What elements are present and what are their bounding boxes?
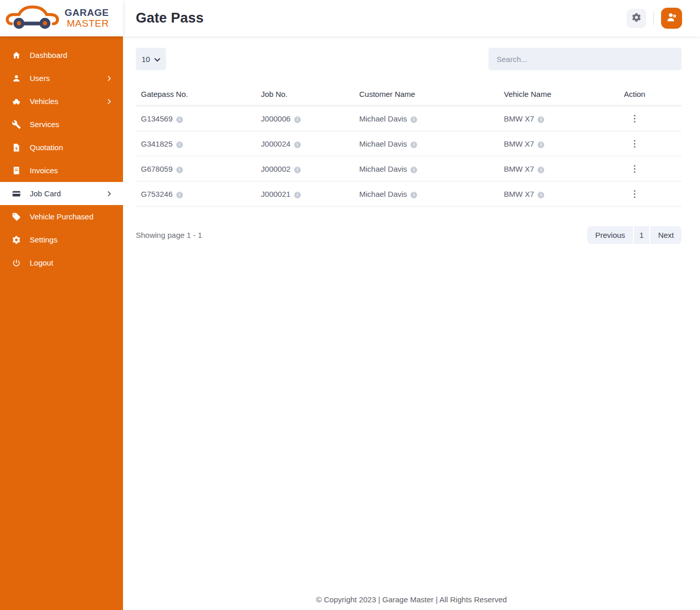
info-icon[interactable]: i	[176, 141, 183, 148]
topbar-actions	[627, 8, 682, 29]
sidebar-item-settings[interactable]: Settings	[0, 228, 123, 251]
pagination-row: Showing page 1 - 1 Previous 1 Next	[136, 226, 682, 244]
sidebar-item-dashboard[interactable]: Dashboard	[0, 44, 123, 67]
brand-name-top: GARAGE	[65, 8, 109, 18]
sidebar-item-label: Dashboard	[30, 51, 67, 59]
user-profile-button[interactable]	[661, 8, 682, 29]
brand-name-bottom: MASTER	[67, 18, 109, 29]
info-icon[interactable]: i	[538, 116, 544, 123]
brand-name: GARAGE MASTER	[65, 8, 109, 29]
tag-icon	[11, 212, 21, 221]
sidebar-item-label: Invoices	[30, 166, 58, 175]
info-icon[interactable]: i	[538, 192, 544, 198]
home-icon	[11, 50, 21, 60]
app-root: GARAGE MASTER Dashboard Users	[0, 0, 700, 610]
sidebar-menu: Dashboard Users Vehicles S	[0, 36, 123, 274]
sidebar: GARAGE MASTER Dashboard Users	[0, 0, 123, 610]
sidebar-item-vehicle-purchased[interactable]: Vehicle Purchased	[0, 205, 123, 228]
brand-logo[interactable]: GARAGE MASTER	[0, 0, 123, 36]
sidebar-item-invoices[interactable]: Invoices	[0, 159, 123, 182]
job-no: J000006	[261, 114, 291, 123]
page-number-button[interactable]: 1	[634, 226, 649, 244]
customer-name: Michael Davis	[359, 165, 407, 173]
row-actions-menu-icon[interactable]	[628, 187, 642, 200]
gatepass-no: G134569	[141, 114, 173, 123]
job-no: J000024	[261, 139, 291, 148]
car-wrench-logo-icon	[5, 4, 60, 33]
next-page-button[interactable]: Next	[650, 226, 682, 244]
settings-button[interactable]	[627, 9, 646, 28]
topbar: Gate Pass	[123, 0, 700, 36]
vehicle-name: BMW X7	[504, 139, 534, 148]
row-actions-menu-icon[interactable]	[628, 112, 642, 125]
search-input[interactable]	[488, 48, 682, 70]
table-row: G678059i J000002i Michael Davisi BMW X7i	[136, 156, 682, 181]
sidebar-item-label: Job Card	[30, 189, 61, 198]
sidebar-item-services[interactable]: Services	[0, 113, 123, 136]
sidebar-item-label: Settings	[30, 235, 57, 244]
chevron-right-icon	[106, 75, 113, 82]
sidebar-item-users[interactable]: Users	[0, 67, 123, 90]
info-icon[interactable]: i	[410, 141, 417, 148]
row-actions-menu-icon[interactable]	[628, 162, 642, 175]
table-row: G134569i J000006i Michael Davisi BMW X7i	[136, 106, 682, 131]
content: 10 Gatepass No. Job No. Customer Name Ve…	[123, 36, 700, 244]
gatepass-no: G678059	[141, 165, 173, 173]
page-size-select[interactable]: 10	[136, 48, 166, 70]
info-icon[interactable]: i	[294, 116, 301, 123]
table-controls: 10	[136, 48, 682, 70]
sidebar-item-logout[interactable]: Logout	[0, 251, 123, 274]
power-icon	[11, 258, 21, 268]
info-icon[interactable]: i	[294, 192, 301, 198]
receipt-icon	[11, 166, 21, 175]
info-icon[interactable]: i	[294, 167, 301, 173]
column-header-gatepass: Gatepass No.	[136, 85, 256, 106]
row-actions-menu-icon[interactable]	[628, 137, 642, 150]
column-header-job: Job No.	[256, 85, 354, 106]
table-header-row: Gatepass No. Job No. Customer Name Vehic…	[136, 85, 682, 106]
customer-name: Michael Davis	[359, 114, 407, 123]
sidebar-item-label: Logout	[30, 258, 53, 267]
info-icon[interactable]: i	[176, 192, 183, 198]
sidebar-item-label: Quotation	[30, 143, 63, 152]
sidebar-item-vehicles[interactable]: Vehicles	[0, 90, 123, 113]
vehicle-name: BMW X7	[504, 165, 534, 173]
table-row: G753246i J000021i Michael Davisi BMW X7i	[136, 181, 682, 207]
gatepass-table: Gatepass No. Job No. Customer Name Vehic…	[136, 85, 682, 207]
table-row: G341825i J000024i Michael Davisi BMW X7i	[136, 131, 682, 156]
info-icon[interactable]: i	[176, 167, 183, 173]
gear-icon	[11, 235, 21, 245]
info-icon[interactable]: i	[294, 141, 301, 148]
sidebar-item-label: Users	[30, 74, 50, 83]
info-icon[interactable]: i	[538, 167, 544, 173]
info-icon[interactable]: i	[410, 167, 417, 173]
vehicle-name: BMW X7	[504, 190, 534, 198]
page-summary: Showing page 1 - 1	[136, 231, 202, 239]
user-icon	[11, 73, 21, 83]
sidebar-item-label: Services	[30, 120, 59, 129]
column-header-action: Action	[619, 85, 682, 106]
sidebar-item-label: Vehicles	[30, 97, 58, 106]
info-icon[interactable]: i	[538, 141, 544, 148]
sidebar-item-quotation[interactable]: $ Quotation	[0, 136, 123, 159]
column-header-vehicle: Vehicle Name	[499, 85, 619, 106]
info-icon[interactable]: i	[410, 192, 417, 198]
info-icon[interactable]: i	[176, 116, 183, 123]
page-title: Gate Pass	[136, 10, 203, 26]
quotation-file-icon: $	[11, 143, 21, 152]
chevron-down-icon	[154, 55, 160, 64]
page-size-value: 10	[141, 55, 150, 64]
car-icon	[11, 96, 21, 106]
job-no: J000002	[261, 165, 291, 173]
sidebar-item-label: Vehicle Purchased	[30, 212, 93, 221]
info-icon[interactable]: i	[410, 116, 417, 123]
customer-name: Michael Davis	[359, 139, 407, 148]
chevron-right-icon	[106, 190, 113, 197]
credit-card-icon	[11, 189, 21, 198]
job-no: J000021	[261, 190, 291, 198]
sidebar-item-job-card[interactable]: Job Card	[0, 182, 123, 205]
topbar-divider	[653, 12, 654, 25]
main-area: Gate Pass	[123, 0, 700, 610]
previous-page-button[interactable]: Previous	[587, 226, 632, 244]
customer-name: Michael Davis	[359, 190, 407, 198]
